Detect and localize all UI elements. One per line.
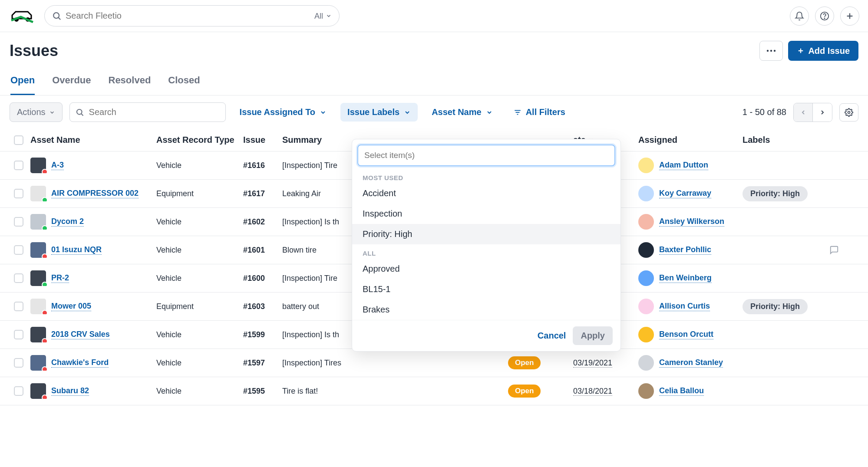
dropdown-cancel[interactable]: Cancel — [538, 326, 566, 345]
tab-resolved[interactable]: Resolved — [109, 69, 151, 95]
search-icon — [76, 108, 84, 117]
pagination-text: 1 - 50 of 88 — [743, 107, 786, 117]
date: 03/18/2021 — [569, 387, 634, 396]
help-button[interactable] — [815, 7, 834, 26]
dropdown-item[interactable]: Brakes — [352, 299, 620, 320]
add-button[interactable] — [840, 7, 859, 26]
avatar — [638, 158, 654, 173]
row-checkbox[interactable] — [14, 161, 23, 170]
svg-point-13 — [77, 109, 82, 114]
assigned-link[interactable]: Ansley Wilkerson — [659, 217, 724, 227]
svg-point-18 — [848, 111, 850, 113]
asset-thumbnail — [30, 299, 46, 314]
asset-link[interactable]: AIR COMPRESSOR 002 — [51, 189, 139, 198]
row-checkbox[interactable] — [14, 386, 23, 396]
pager-prev[interactable] — [794, 103, 813, 122]
asset-link[interactable]: PR-2 — [51, 273, 69, 283]
asset-type: Vehicle — [152, 358, 239, 368]
svg-point-10 — [774, 50, 776, 52]
svg-point-8 — [767, 50, 769, 52]
asset-type: Vehicle — [152, 274, 239, 283]
asset-thumbnail — [30, 214, 46, 230]
col-asset-name[interactable]: Asset Name — [26, 135, 152, 145]
row-checkbox[interactable] — [14, 189, 23, 198]
tab-overdue[interactable]: Overdue — [52, 69, 91, 95]
filter-assigned[interactable]: Issue Assigned To — [233, 103, 333, 122]
col-asset-type[interactable]: Asset Record Type — [152, 135, 239, 145]
label: Priority: High — [738, 299, 825, 314]
row-checkbox[interactable] — [14, 358, 23, 368]
notifications-button[interactable] — [790, 7, 809, 26]
title-row: Issues Add Issue — [0, 32, 868, 65]
assigned-link[interactable]: Benson Orcutt — [659, 330, 713, 339]
asset-thumbnail — [30, 242, 46, 258]
asset-thumbnail — [30, 270, 46, 286]
add-issue-button[interactable]: Add Issue — [788, 41, 858, 61]
table-row[interactable]: Subaru 82 Vehicle #1595 Tire is flat! Op… — [0, 377, 868, 405]
col-assigned[interactable]: Assigned — [634, 135, 738, 145]
asset-link[interactable]: Chawkie's Ford — [51, 358, 109, 368]
label: Priority: High — [738, 186, 825, 201]
row-checkbox[interactable] — [14, 217, 23, 227]
search-scope[interactable]: All — [314, 11, 332, 20]
tab-closed[interactable]: Closed — [168, 69, 200, 95]
dropdown-section-most: MOST USED — [352, 169, 620, 183]
settings-button[interactable] — [839, 103, 858, 122]
dropdown-apply[interactable]: Apply — [573, 326, 613, 345]
assigned-link[interactable]: Baxter Pohllic — [659, 245, 711, 255]
assigned-link[interactable]: Allison Curtis — [659, 302, 710, 311]
filter-labels[interactable]: Issue Labels — [340, 103, 418, 122]
row-checkbox[interactable] — [14, 273, 23, 283]
table-row[interactable]: Chawkie's Ford Vehicle #1597 [Inspection… — [0, 349, 868, 377]
issue-number: #1602 — [239, 217, 278, 227]
asset-link[interactable]: Dycom 2 — [51, 217, 84, 227]
assigned-link[interactable]: Koy Carraway — [659, 189, 711, 198]
avatar — [638, 383, 654, 399]
issue-number: #1600 — [239, 274, 278, 283]
asset-thumbnail — [30, 355, 46, 371]
row-checkbox[interactable] — [14, 330, 23, 339]
tab-open[interactable]: Open — [10, 69, 35, 95]
global-search-input[interactable] — [44, 5, 340, 26]
row-checkbox[interactable] — [14, 245, 23, 255]
assigned-link[interactable]: Ben Weinberg — [659, 273, 712, 283]
assigned-link[interactable]: Celia Ballou — [659, 386, 704, 396]
summary: Tire is flat! — [278, 387, 504, 396]
asset-thumbnail — [30, 186, 46, 201]
col-issue[interactable]: Issue — [239, 135, 278, 145]
asset-link[interactable]: A-3 — [51, 161, 64, 170]
assigned-link[interactable]: Cameron Stanley — [659, 358, 723, 368]
status-dot — [42, 253, 48, 258]
asset-link[interactable]: Mower 005 — [51, 302, 91, 311]
issue-number: #1601 — [239, 246, 278, 255]
col-labels[interactable]: Labels — [738, 135, 825, 145]
filter-search-input[interactable] — [69, 102, 226, 122]
svg-line-14 — [81, 114, 83, 115]
labels-search-input[interactable] — [357, 145, 615, 166]
filter-asset-name[interactable]: Asset Name — [425, 103, 500, 122]
actions-dropdown[interactable]: Actions — [10, 102, 63, 122]
toolbar: Actions Issue Assigned To Issue Labels A… — [0, 95, 868, 129]
more-actions-button[interactable] — [759, 41, 783, 61]
pager-next[interactable] — [813, 103, 832, 122]
svg-point-9 — [770, 50, 772, 52]
comment-icon[interactable] — [825, 245, 851, 255]
select-all-checkbox[interactable] — [14, 135, 23, 145]
asset-link[interactable]: 01 Isuzu NQR — [51, 245, 102, 255]
filter-search — [69, 102, 226, 122]
dropdown-item[interactable]: Priority: High — [352, 224, 620, 244]
dropdown-item[interactable]: Approved — [352, 259, 620, 279]
dropdown-item[interactable]: Inspection — [352, 204, 620, 224]
date: 03/19/2021 — [569, 358, 634, 368]
asset-link[interactable]: Subaru 82 — [51, 386, 89, 396]
dropdown-item[interactable]: Accident — [352, 183, 620, 204]
summary: [Inspection] Tires — [278, 358, 504, 368]
asset-thumbnail — [30, 383, 46, 399]
asset-type: Equipment — [152, 189, 239, 198]
filter-all[interactable]: All Filters — [507, 103, 572, 122]
asset-link[interactable]: 2018 CRV Sales — [51, 330, 110, 339]
row-checkbox[interactable] — [14, 302, 23, 311]
svg-point-5 — [824, 18, 825, 18]
dropdown-item[interactable]: BL15-1 — [352, 279, 620, 299]
assigned-link[interactable]: Adam Dutton — [659, 161, 708, 170]
